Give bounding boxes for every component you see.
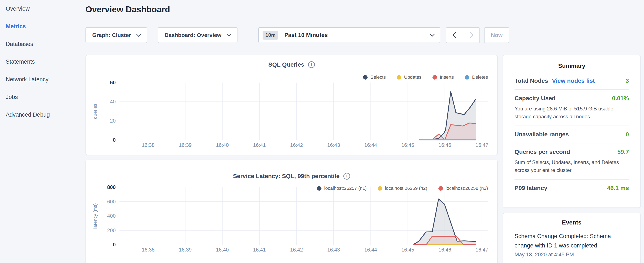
- time-forward-button[interactable]: [463, 28, 480, 43]
- svg-text:16:39: 16:39: [179, 247, 192, 252]
- chevron-down-icon: [430, 32, 435, 37]
- view-nodes-list-link[interactable]: View nodes list: [552, 78, 595, 84]
- chart-legend: SelectsUpdatesInsertsDeletes: [363, 75, 488, 80]
- legend-label: Inserts: [440, 75, 454, 80]
- svg-text:latency (ms): latency (ms): [92, 203, 98, 229]
- sidebar-item-overview[interactable]: Overview: [0, 0, 86, 18]
- svg-text:600: 600: [107, 199, 116, 204]
- legend-label: Updates: [404, 75, 422, 80]
- legend-dot-icon: [317, 186, 322, 191]
- legend-item: Updates: [397, 75, 422, 80]
- sidebar-item-databases[interactable]: Databases: [0, 35, 86, 53]
- time-range-dropdown[interactable]: 10m Past 10 Minutes: [258, 27, 440, 43]
- legend-dot-icon: [363, 75, 368, 80]
- summary-metric-value: 0: [626, 131, 629, 138]
- svg-text:16:43: 16:43: [327, 142, 340, 148]
- legend-dot-icon: [465, 75, 469, 80]
- svg-text:16:45: 16:45: [402, 247, 414, 252]
- sidebar-nav: OverviewMetricsDatabasesStatementsNetwor…: [0, 0, 86, 263]
- legend-item: Selects: [363, 75, 386, 80]
- svg-text:16:41: 16:41: [253, 247, 266, 252]
- svg-text:40: 40: [110, 99, 116, 105]
- summary-metric-value: 46.1 ms: [607, 185, 629, 191]
- page: OverviewMetricsDatabasesStatementsNetwor…: [0, 0, 644, 263]
- svg-text:16:39: 16:39: [179, 142, 192, 148]
- svg-text:16:47: 16:47: [476, 247, 488, 252]
- svg-text:16:47: 16:47: [476, 142, 488, 148]
- controls-divider: [249, 27, 250, 43]
- svg-text:16:42: 16:42: [290, 247, 303, 252]
- svg-text:16:43: 16:43: [327, 247, 340, 252]
- right-column: Summary Total NodesView nodes list3Capac…: [502, 55, 641, 263]
- chart-title-row: SQL Queries i: [86, 61, 497, 68]
- sidebar-item-advanced-debug[interactable]: Advanced Debug: [0, 106, 86, 124]
- event-timestamp: May 13, 2020 at 4:45 PM: [514, 251, 629, 258]
- time-step-buttons: [446, 27, 480, 43]
- info-icon[interactable]: i: [308, 61, 315, 68]
- svg-text:16:38: 16:38: [142, 142, 154, 148]
- info-icon[interactable]: i: [343, 173, 350, 180]
- svg-text:20: 20: [110, 118, 116, 124]
- summary-metric-description: You are using 28.6 MiB of 515.9 GiB usab…: [514, 105, 629, 120]
- summary-metric-label: Capacity Used: [514, 95, 556, 102]
- legend-dot-icon: [432, 75, 437, 80]
- summary-row: P99 latency46.1 ms: [514, 180, 629, 197]
- sidebar-item-metrics[interactable]: Metrics: [0, 18, 86, 35]
- sql-queries-chart: 16:3816:3916:4016:4116:4216:4316:4416:45…: [86, 55, 497, 155]
- legend-dot-icon: [438, 186, 443, 191]
- svg-text:16:46: 16:46: [438, 142, 451, 148]
- legend-label: localhost:26258 (n3): [446, 185, 488, 191]
- summary-rows: Total NodesView nodes list3Capacity Used…: [514, 72, 629, 197]
- charts-column: SQL Queries i SelectsUpdatesInsertsDelet…: [86, 55, 498, 263]
- legend-label: localhost:26259 (n2): [385, 185, 427, 191]
- legend-label: Deletes: [472, 75, 488, 80]
- svg-text:16:38: 16:38: [142, 247, 154, 252]
- time-range-label: Past 10 Minutes: [284, 32, 328, 39]
- legend-item: localhost:26258 (n3): [438, 185, 488, 191]
- chart-legend: localhost:26257 (n1)localhost:26259 (n2)…: [317, 185, 488, 191]
- legend-dot-icon: [378, 186, 382, 191]
- sidebar-item-network-latency[interactable]: Network Latency: [0, 71, 86, 88]
- sidebar-item-jobs[interactable]: Jobs: [0, 88, 86, 106]
- legend-dot-icon: [397, 75, 401, 80]
- sql-queries-chart-card: SQL Queries i SelectsUpdatesInsertsDelet…: [86, 55, 498, 155]
- legend-label: localhost:26257 (n1): [324, 185, 366, 191]
- svg-text:16:46: 16:46: [438, 247, 451, 252]
- svg-text:800: 800: [107, 184, 116, 190]
- legend-item: Deletes: [465, 75, 488, 80]
- graph-scope-dropdown[interactable]: Graph: Cluster: [86, 27, 147, 43]
- svg-text:16:45: 16:45: [402, 142, 414, 148]
- sidebar-item-statements[interactable]: Statements: [0, 53, 86, 71]
- event-text: Schema Change Completed: Schema change w…: [514, 231, 629, 250]
- time-back-button[interactable]: [446, 28, 463, 43]
- controls-row: Graph: Cluster Dashboard: Overview 10m P…: [86, 27, 644, 43]
- svg-text:0: 0: [113, 137, 116, 143]
- dashboard-label: Dashboard: Overview: [164, 32, 221, 39]
- page-title: Overview Dashboard: [86, 4, 644, 15]
- events-panel: Events Schema Change Completed: Schema c…: [502, 213, 641, 263]
- chevron-left-icon: [452, 32, 458, 38]
- main-content: Overview Dashboard Graph: Cluster Dashbo…: [86, 0, 644, 263]
- svg-text:16:44: 16:44: [364, 142, 377, 148]
- dashboard-dropdown[interactable]: Dashboard: Overview: [158, 27, 238, 43]
- summary-row: Unavailable ranges0: [514, 126, 629, 143]
- svg-text:60: 60: [110, 80, 116, 85]
- legend-label: Selects: [370, 75, 386, 80]
- summary-metric-label: P99 latency: [514, 185, 547, 191]
- summary-panel: Summary Total NodesView nodes list3Capac…: [502, 55, 641, 208]
- svg-text:0: 0: [113, 242, 116, 247]
- summary-row: Total NodesView nodes list3: [514, 72, 629, 90]
- svg-text:400: 400: [107, 213, 116, 219]
- summary-metric-description: Sum of Selects, Updates, Inserts, and De…: [514, 158, 629, 174]
- summary-row: Capacity Used0.01%You are using 28.6 MiB…: [514, 90, 629, 126]
- legend-item: localhost:26259 (n2): [378, 185, 427, 191]
- time-range-badge: 10m: [262, 31, 278, 40]
- svg-text:16:40: 16:40: [216, 142, 229, 148]
- now-button[interactable]: Now: [484, 27, 509, 43]
- chart-title: SQL Queries: [268, 61, 304, 68]
- summary-metric-value: 59.7: [618, 149, 629, 155]
- svg-text:200: 200: [107, 227, 116, 233]
- summary-metric-label: Unavailable ranges: [514, 131, 569, 138]
- summary-metric-value: 3: [626, 78, 629, 84]
- chart-title: Service Latency: SQL, 99th percentile: [233, 173, 340, 180]
